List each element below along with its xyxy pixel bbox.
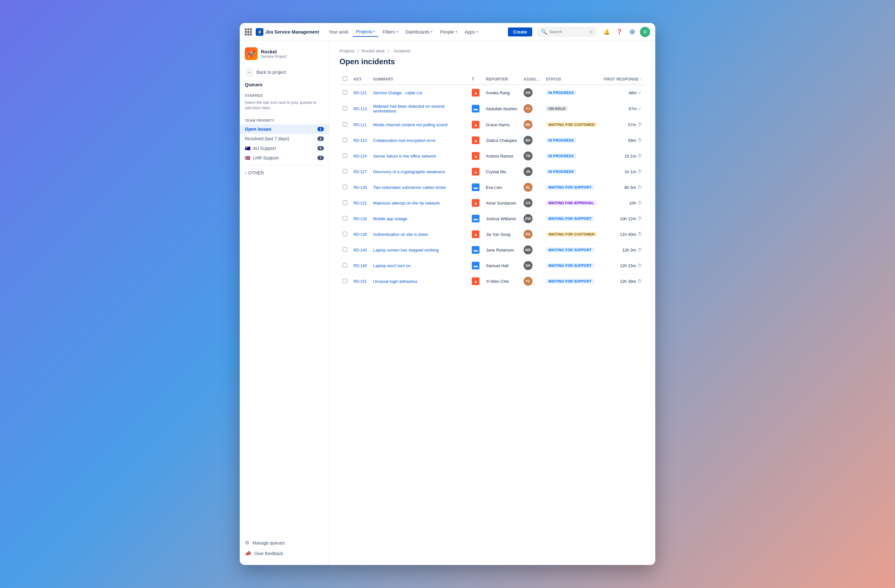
key-link[interactable]: RD-113: [353, 107, 367, 111]
nav-people[interactable]: People ▾: [437, 27, 460, 36]
give-feedback-button[interactable]: 📣 Give feedback: [240, 548, 329, 559]
nav-filters[interactable]: Filters ▾: [379, 27, 401, 36]
grid-menu-icon[interactable]: [245, 29, 252, 35]
logo-icon: ⚡: [256, 28, 263, 36]
row-checkbox[interactable]: [343, 216, 347, 220]
breadcrumb-rocket-desk[interactable]: Rocket desk: [362, 48, 385, 53]
key-link[interactable]: RD-124: [353, 154, 367, 159]
row-checkbox-cell[interactable]: [340, 242, 350, 258]
row-checkbox-cell[interactable]: [340, 148, 350, 164]
key-link[interactable]: RD-131: [353, 201, 367, 206]
nav-projects[interactable]: Projects ▾: [353, 27, 378, 37]
key-link[interactable]: RD-133: [353, 217, 367, 221]
row-summary: Server failure in the office network: [370, 148, 469, 164]
row-checkbox-cell[interactable]: [340, 274, 350, 289]
row-reporter: Annika Rang: [483, 85, 520, 101]
row-checkbox[interactable]: [343, 200, 347, 205]
row-checkbox[interactable]: [343, 279, 347, 283]
row-checkbox-cell[interactable]: [340, 258, 350, 274]
help-button[interactable]: ❓: [614, 27, 625, 37]
row-checkbox-cell[interactable]: [340, 133, 350, 148]
type-icon-medium: ▬: [472, 183, 479, 191]
key-link[interactable]: RD-121: [353, 91, 367, 95]
sidebar-item-open-issues[interactable]: Open issues 2: [240, 124, 329, 134]
time-value: 57m: [628, 123, 636, 127]
summary-link[interactable]: Server failure in the office network: [373, 154, 436, 159]
summary-link[interactable]: Media channel content not pulling sound: [373, 123, 448, 127]
key-link[interactable]: RD-123: [353, 138, 367, 143]
row-checkbox-cell[interactable]: [340, 164, 350, 180]
summary-link[interactable]: Authentication on site is down: [373, 232, 428, 237]
key-link[interactable]: RD-130: [353, 185, 367, 190]
nav-dashboards[interactable]: Dashboards ▾: [402, 27, 436, 36]
row-checkbox-cell[interactable]: [340, 85, 350, 101]
logo-area[interactable]: ⚡ Jira Service Management: [256, 28, 319, 36]
summary-link[interactable]: Malicious attempt on the hp network: [373, 201, 440, 206]
row-type: ▲: [469, 148, 483, 164]
summary-link[interactable]: Malware has been detected on several wor…: [373, 104, 444, 114]
th-select-all[interactable]: [340, 74, 350, 85]
select-all-checkbox[interactable]: [343, 76, 347, 81]
sidebar-item-lhr-support[interactable]: 🇬🇧 LHR Support 7: [240, 153, 329, 163]
row-checkbox-cell[interactable]: [340, 227, 350, 242]
row-checkbox[interactable]: [343, 247, 347, 252]
project-header: 🚀 Rocket Service Project: [240, 47, 329, 65]
summary-link[interactable]: Laptop won't turn on: [373, 263, 410, 268]
row-checkbox[interactable]: [343, 153, 347, 158]
row-reporter: Joshua Williams: [483, 211, 520, 227]
row-checkbox[interactable]: [343, 90, 347, 95]
row-time: 10h 12m ⏱: [601, 211, 645, 227]
row-reporter: Abdullah Ibrahim: [483, 101, 520, 117]
table-row: RD-123 Collaboration tool encryption err…: [340, 133, 645, 148]
row-checkbox-cell[interactable]: [340, 195, 350, 211]
summary-link[interactable]: Mobile app outage: [373, 216, 407, 221]
row-checkbox-cell[interactable]: [340, 101, 350, 117]
key-link[interactable]: RD-111: [353, 123, 367, 127]
search-input[interactable]: [549, 29, 587, 34]
row-checkbox[interactable]: [343, 106, 347, 111]
summary-link[interactable]: Laptop screen has stopped working: [373, 248, 438, 253]
row-checkbox[interactable]: [343, 169, 347, 174]
breadcrumb-projects[interactable]: Projects: [340, 48, 355, 53]
row-checkbox-cell[interactable]: [340, 117, 350, 133]
sidebar-item-resolved[interactable]: Resolved (last 7 days) 3: [240, 134, 329, 144]
summary-link[interactable]: Unusual login behaviour: [373, 279, 417, 284]
create-button[interactable]: Create: [508, 27, 532, 36]
row-reporter: Yi-Wen Chin: [483, 274, 520, 289]
row-checkbox-cell[interactable]: [340, 180, 350, 195]
key-link[interactable]: RD-127: [353, 170, 367, 174]
row-summary: Malware has been detected on several wor…: [370, 101, 469, 117]
row-checkbox[interactable]: [343, 232, 347, 236]
nav-apps[interactable]: Apps ▾: [461, 27, 481, 36]
sidebar-other-toggle[interactable]: › OTHER: [240, 168, 329, 178]
key-link[interactable]: RD-151: [353, 279, 367, 284]
row-type: ▲: [469, 195, 483, 211]
th-first-response[interactable]: First response ↑: [601, 74, 645, 85]
key-link[interactable]: RD-145: [353, 264, 367, 268]
breadcrumb: Projects / Rocket desk / Incidents: [340, 48, 645, 53]
gear-icon: ⚙: [245, 540, 249, 546]
key-link[interactable]: RD-136: [353, 232, 367, 237]
sidebar-item-au-support[interactable]: 🇦🇺 AU Support 5: [240, 144, 329, 153]
summary-link[interactable]: Discovery of a cryptographic weakness: [373, 169, 445, 174]
search-box[interactable]: 🔍 /: [537, 27, 596, 36]
time-value: 6h 5m: [625, 185, 636, 190]
summary-link[interactable]: Service Outage - cable cut: [373, 91, 422, 95]
row-reporter: Zlatica Chalupka: [483, 133, 520, 148]
row-checkbox[interactable]: [343, 122, 347, 127]
row-checkbox[interactable]: [343, 263, 347, 267]
manage-queues-button[interactable]: ⚙ Manage queues: [240, 538, 329, 548]
summary-link[interactable]: Two redundant submarine cables broke: [373, 185, 446, 190]
key-link[interactable]: RD-140: [353, 248, 367, 253]
user-avatar[interactable]: U: [640, 27, 650, 37]
lhr-support-label: LHR Support: [253, 155, 279, 161]
summary-link[interactable]: Collaboration tool encryption error: [373, 138, 436, 143]
row-checkbox[interactable]: [343, 138, 347, 142]
row-checkbox-cell[interactable]: [340, 211, 350, 227]
nav-your-work[interactable]: Your work: [325, 27, 352, 36]
back-to-project-button[interactable]: ← Back to project: [240, 65, 329, 79]
settings-button[interactable]: ⚙️: [627, 27, 637, 37]
row-checkbox[interactable]: [343, 185, 347, 189]
notifications-button[interactable]: 🔔: [602, 27, 612, 37]
type-icon-high: ▲: [472, 277, 479, 285]
